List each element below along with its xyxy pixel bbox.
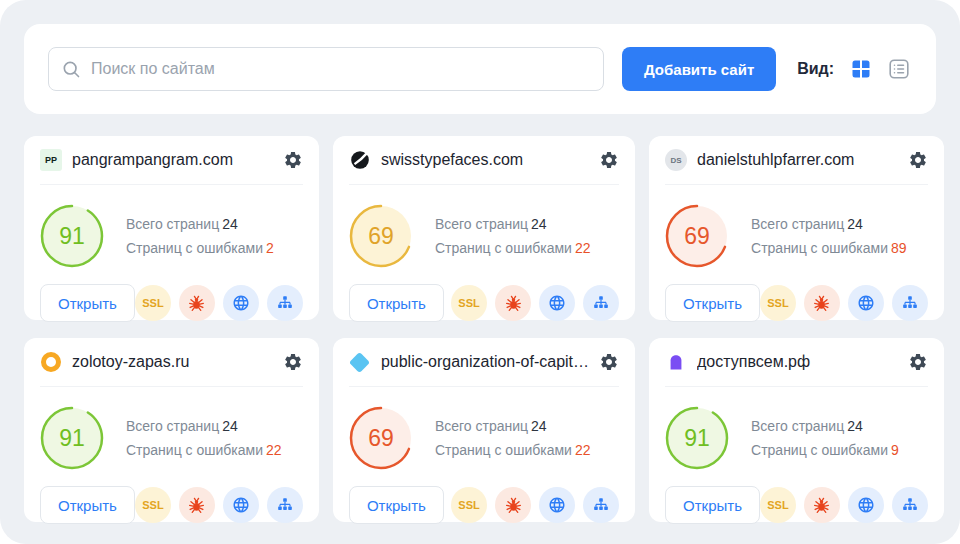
total-pages-value: 24 bbox=[531, 216, 547, 232]
total-pages-value: 24 bbox=[847, 418, 863, 434]
search-input[interactable] bbox=[91, 60, 591, 78]
globe-icon[interactable] bbox=[223, 487, 259, 523]
search-icon bbox=[61, 59, 81, 79]
add-site-button[interactable]: Добавить сайт bbox=[622, 47, 776, 91]
total-pages-line: Всего страниц24 bbox=[126, 212, 274, 236]
ssl-badge[interactable]: SSL bbox=[451, 285, 487, 321]
site-favicon bbox=[349, 149, 371, 171]
site-card-header: DS danielstuhlpfarrer.com bbox=[665, 136, 928, 185]
score-circle: 91 bbox=[665, 406, 729, 470]
status-badges: SSL bbox=[760, 487, 928, 523]
bug-icon[interactable] bbox=[804, 487, 840, 523]
score-value: 91 bbox=[40, 406, 104, 470]
ssl-badge[interactable]: SSL bbox=[135, 487, 171, 523]
total-pages-line: Всего страниц24 bbox=[435, 212, 591, 236]
error-pages-line: Страниц с ошибками2 bbox=[126, 236, 274, 260]
top-bar: Добавить сайт Вид: bbox=[24, 24, 936, 114]
total-pages-line: Всего страниц24 bbox=[126, 414, 282, 438]
ssl-badge[interactable]: SSL bbox=[760, 285, 796, 321]
sitemap-icon[interactable] bbox=[267, 285, 303, 321]
settings-gear-icon[interactable] bbox=[283, 150, 303, 170]
score-circle: 69 bbox=[349, 406, 413, 470]
open-site-button[interactable]: Открыть bbox=[349, 284, 444, 322]
bug-icon[interactable] bbox=[179, 285, 215, 321]
status-badges: SSL bbox=[760, 285, 928, 321]
score-value: 69 bbox=[349, 406, 413, 470]
bug-icon[interactable] bbox=[495, 487, 531, 523]
site-domain: danielstuhlpfarrer.com bbox=[697, 151, 898, 169]
site-card: PP pangrampangram.com 91 Всего страниц24 bbox=[24, 136, 319, 320]
open-site-button[interactable]: Открыть bbox=[665, 284, 760, 322]
site-domain: swisstypefaces.com bbox=[381, 151, 589, 169]
error-pages-line: Страниц с ошибками22 bbox=[435, 236, 591, 260]
site-card-header: PP pangrampangram.com bbox=[40, 136, 303, 185]
score-value: 69 bbox=[665, 204, 729, 268]
bug-icon[interactable] bbox=[804, 285, 840, 321]
open-site-button[interactable]: Открыть bbox=[665, 486, 760, 524]
globe-icon[interactable] bbox=[539, 285, 575, 321]
settings-gear-icon[interactable] bbox=[599, 150, 619, 170]
sitemap-icon[interactable] bbox=[892, 285, 928, 321]
site-card: zolotoy-zapas.ru 91 Всего страниц24 bbox=[24, 338, 319, 522]
globe-icon[interactable] bbox=[848, 285, 884, 321]
error-pages-value: 9 bbox=[891, 442, 899, 458]
site-favicon bbox=[665, 351, 687, 373]
total-pages-line: Всего страниц24 bbox=[751, 414, 899, 438]
site-favicon: DS bbox=[665, 149, 687, 171]
error-pages-value: 22 bbox=[266, 442, 282, 458]
sitemap-icon[interactable] bbox=[267, 487, 303, 523]
score-value: 69 bbox=[349, 204, 413, 268]
site-card: swisstypefaces.com 69 Всего страниц24 bbox=[333, 136, 635, 320]
sitemap-icon[interactable] bbox=[892, 487, 928, 523]
search-box[interactable] bbox=[48, 47, 604, 91]
error-pages-line: Страниц с ошибками22 bbox=[126, 438, 282, 462]
site-card-footer: Открыть SSL bbox=[349, 486, 619, 524]
settings-gear-icon[interactable] bbox=[908, 150, 928, 170]
status-badges: SSL bbox=[135, 285, 303, 321]
site-card: доступвсем.рф 91 Всего страниц24 bbox=[649, 338, 944, 522]
status-badges: SSL bbox=[451, 487, 619, 523]
open-site-button[interactable]: Открыть bbox=[349, 486, 444, 524]
bug-icon[interactable] bbox=[495, 285, 531, 321]
site-card-footer: Открыть SSL bbox=[40, 486, 303, 524]
ssl-badge[interactable]: SSL bbox=[135, 285, 171, 321]
site-stats: 91 Всего страниц24 Страниц с ошибками2 bbox=[40, 204, 303, 268]
sitemap-icon[interactable] bbox=[583, 285, 619, 321]
error-pages-value: 2 bbox=[266, 240, 274, 256]
error-pages-line: Страниц с ошибками9 bbox=[751, 438, 899, 462]
sitemap-icon[interactable] bbox=[583, 487, 619, 523]
ssl-badge[interactable]: SSL bbox=[451, 487, 487, 523]
site-domain: доступвсем.рф bbox=[697, 353, 898, 371]
site-card-header: swisstypefaces.com bbox=[349, 136, 619, 185]
error-pages-line: Страниц с ошибками22 bbox=[435, 438, 591, 462]
sites-grid: PP pangrampangram.com 91 Всего страниц24 bbox=[24, 136, 936, 522]
globe-icon[interactable] bbox=[223, 285, 259, 321]
settings-gear-icon[interactable] bbox=[599, 352, 619, 372]
error-pages-value: 22 bbox=[575, 442, 591, 458]
site-stats: 69 Всего страниц24 Страниц с ошибками22 bbox=[349, 406, 619, 470]
site-domain: public-organization-of-capit… bbox=[381, 353, 589, 371]
status-badges: SSL bbox=[451, 285, 619, 321]
globe-icon[interactable] bbox=[539, 487, 575, 523]
sites-dashboard: Добавить сайт Вид: PP pangr bbox=[0, 0, 960, 544]
bug-icon[interactable] bbox=[179, 487, 215, 523]
ssl-badge[interactable]: SSL bbox=[760, 487, 796, 523]
grid-view-icon[interactable] bbox=[848, 56, 874, 82]
settings-gear-icon[interactable] bbox=[908, 352, 928, 372]
settings-gear-icon[interactable] bbox=[283, 352, 303, 372]
site-card-header: доступвсем.рф bbox=[665, 338, 928, 387]
total-pages-value: 24 bbox=[531, 418, 547, 434]
score-value: 91 bbox=[665, 406, 729, 470]
score-circle: 91 bbox=[40, 204, 104, 268]
list-view-icon[interactable] bbox=[886, 56, 912, 82]
site-card-header: public-organization-of-capit… bbox=[349, 338, 619, 387]
site-domain: pangrampangram.com bbox=[72, 151, 273, 169]
open-site-button[interactable]: Открыть bbox=[40, 486, 135, 524]
site-domain: zolotoy-zapas.ru bbox=[72, 353, 273, 371]
total-pages-line: Всего страниц24 bbox=[435, 414, 591, 438]
site-stats: 91 Всего страниц24 Страниц с ошибками9 bbox=[665, 406, 928, 470]
open-site-button[interactable]: Открыть bbox=[40, 284, 135, 322]
globe-icon[interactable] bbox=[848, 487, 884, 523]
site-stats: 69 Всего страниц24 Страниц с ошибками89 bbox=[665, 204, 928, 268]
site-favicon bbox=[40, 351, 62, 373]
